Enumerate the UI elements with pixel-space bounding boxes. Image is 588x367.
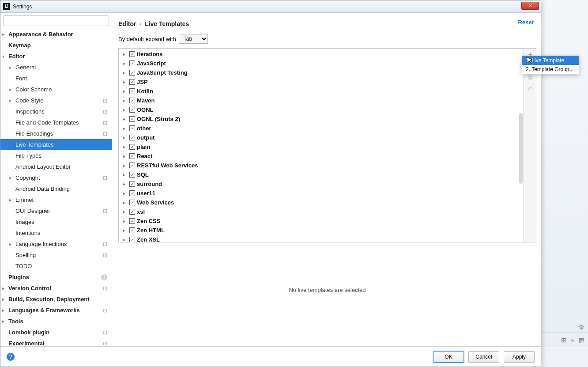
sidebar-item-android-layout-editor[interactable]: Android Layout Editor (0, 161, 112, 172)
template-group-zen-html[interactable]: ▸✓Zen HTML (119, 226, 524, 235)
sidebar-item-experimental[interactable]: Experimental⊡ (0, 338, 112, 345)
sidebar-item-live-templates[interactable]: Live Templates (0, 139, 112, 150)
sidebar-item-general[interactable]: ▸General (0, 62, 112, 73)
grid-icon[interactable]: ▦ (579, 337, 584, 344)
sidebar-item-keymap[interactable]: Keymap (0, 40, 112, 51)
sidebar-item-copyright[interactable]: ▸Copyright⊡ (0, 172, 112, 183)
template-group-label: JSP (137, 79, 148, 85)
sidebar-item-font[interactable]: Font (0, 73, 112, 84)
sidebar-item-languages-frameworks[interactable]: ▸Languages & Frameworks⊡ (0, 305, 112, 316)
checkbox[interactable]: ✓ (129, 190, 135, 196)
sidebar-item-intentions[interactable]: Intentions (0, 227, 112, 238)
template-group-surround[interactable]: ▸✓surround (119, 179, 524, 189)
template-group-zen-xsl[interactable]: ▸✓Zen XSL (119, 235, 524, 242)
template-group-jsp[interactable]: ▸✓JSP (119, 77, 524, 87)
chevron-right-icon: ▸ (123, 89, 128, 94)
chevron-right-icon: ▸ (123, 70, 128, 75)
template-group-user11[interactable]: ▸✓user11 (119, 189, 524, 198)
sidebar-item-android-data-binding[interactable]: Android Data Binding (0, 183, 112, 194)
sidebar-item-plugins[interactable]: Plugins1 (0, 272, 112, 283)
close-button[interactable]: ✕ (521, 2, 539, 10)
layout-icon[interactable]: ⊞ (561, 337, 566, 344)
checkbox[interactable]: ✓ (129, 51, 135, 57)
breadcrumb-root[interactable]: Editor (118, 20, 136, 27)
search-input[interactable] (3, 15, 109, 26)
checkbox[interactable]: ✓ (129, 144, 135, 150)
checkbox[interactable]: ✓ (129, 163, 135, 168)
template-group-plain[interactable]: ▸✓plain (119, 142, 524, 151)
sidebar-item-spelling[interactable]: Spelling⊡ (0, 250, 112, 261)
project-badge-icon: ⊡ (103, 341, 107, 345)
checkbox[interactable]: ✓ (129, 79, 135, 85)
checkbox[interactable]: ✓ (129, 70, 135, 76)
checkbox[interactable]: ✓ (129, 116, 135, 122)
template-group-label: user11 (137, 190, 155, 197)
template-group-web-services[interactable]: ▸✓Web Services (119, 198, 524, 207)
sidebar-item-file-and-code-templates[interactable]: File and Code Templates⊡ (0, 117, 112, 128)
template-group-other[interactable]: ▸✓other (119, 124, 524, 133)
checkbox[interactable]: ✓ (129, 200, 135, 205)
window-title: Settings (13, 4, 32, 10)
sidebar-item-file-encodings[interactable]: File Encodings⊡ (0, 128, 112, 139)
sidebar-item-file-types[interactable]: File Types (0, 150, 112, 161)
checkbox[interactable]: ✓ (129, 61, 135, 66)
template-group-iterations[interactable]: ▸✓iterations (119, 49, 524, 59)
checkbox[interactable]: ✓ (129, 172, 135, 178)
list-icon[interactable]: ≡ (571, 337, 574, 344)
sidebar-item-gui-designer[interactable]: GUI Designer⊡ (0, 205, 112, 216)
checkbox[interactable]: ✓ (129, 237, 135, 242)
template-group-ognl-struts-2-[interactable]: ▸✓OGNL (Struts 2) (119, 114, 524, 124)
template-group-ognl[interactable]: ▸✓OGNL (119, 105, 524, 114)
checkbox[interactable]: ✓ (129, 227, 135, 233)
sidebar-tree[interactable]: ▸Appearance & BehaviorKeymap▾Editor▸Gene… (0, 29, 112, 345)
template-group-javascript-testing[interactable]: ▸✓JavaScript Testing (119, 68, 524, 77)
template-group-restful-web-services[interactable]: ▸✓RESTful Web Services (119, 161, 524, 170)
template-group-label: other (137, 125, 151, 132)
sidebar-item-color-scheme[interactable]: ▸Color Scheme (0, 84, 112, 95)
sidebar-item-todo[interactable]: TODO (0, 261, 112, 272)
sidebar-item-appearance-behavior[interactable]: ▸Appearance & Behavior (0, 29, 112, 40)
template-group-javascript[interactable]: ▸✓JavaScript (119, 59, 524, 68)
checkbox[interactable]: ✓ (129, 209, 135, 215)
template-group-label: surround (137, 181, 162, 187)
apply-button[interactable]: Apply (504, 351, 535, 363)
template-group-output[interactable]: ▸✓output (119, 133, 524, 142)
sidebar-item-lombok-plugin[interactable]: Lombok plugin⊡ (0, 327, 112, 338)
reset-link[interactable]: Reset (518, 19, 534, 26)
sidebar-item-emmet[interactable]: ▸Emmet (0, 194, 112, 205)
expand-with-select[interactable]: Tab (179, 34, 208, 44)
template-group-react[interactable]: ▸✓React (119, 151, 524, 161)
cancel-button[interactable]: Cancel (468, 351, 499, 363)
template-group-sql[interactable]: ▸✓SQL (119, 170, 524, 179)
template-group-maven[interactable]: ▸✓Maven (119, 96, 524, 105)
ok-button[interactable]: OK (433, 351, 464, 363)
sidebar-item-version-control[interactable]: ▸Version Control⊡ (0, 283, 112, 294)
chevron-right-icon: ▸ (9, 242, 14, 246)
sidebar-item-code-style[interactable]: ▸Code Style⊡ (0, 95, 112, 106)
chevron-down-icon: ▾ (2, 54, 7, 59)
checkbox[interactable]: ✓ (129, 181, 135, 187)
checkbox[interactable]: ✓ (129, 88, 135, 94)
sidebar-item-label: Copyright (15, 174, 40, 181)
scrollbar-thumb[interactable] (519, 113, 523, 184)
sidebar-item-label: Appearance & Behavior (8, 31, 73, 38)
sidebar-item-tools[interactable]: ▸Tools (0, 316, 112, 327)
checkbox[interactable]: ✓ (129, 98, 135, 103)
template-group-kotlin[interactable]: ▸✓Kotlin (119, 87, 524, 96)
checkbox[interactable]: ✓ (129, 153, 135, 159)
sidebar-item-inspections[interactable]: Inspections⊡ (0, 106, 112, 117)
sidebar-item-images[interactable]: Images (0, 216, 112, 227)
checkbox[interactable]: ✓ (129, 107, 135, 113)
sidebar-item-editor[interactable]: ▾Editor (0, 51, 112, 62)
template-group-label: Web Services (137, 199, 174, 206)
gear-icon[interactable]: ⚙ (579, 324, 584, 331)
checkbox[interactable]: ✓ (129, 218, 135, 224)
sidebar-item-build-execution-deployment[interactable]: ▸Build, Execution, Deployment (0, 294, 112, 305)
help-button[interactable]: ? (7, 353, 15, 361)
checkbox[interactable]: ✓ (129, 125, 135, 131)
template-group-xsl[interactable]: ▸✓xsl (119, 207, 524, 216)
template-tree[interactable]: ▸✓iterations▸✓JavaScript▸✓JavaScript Tes… (118, 48, 524, 242)
checkbox[interactable]: ✓ (129, 135, 135, 140)
sidebar-item-language-injections[interactable]: ▸Language Injections⊡ (0, 238, 112, 250)
template-group-zen-css[interactable]: ▸✓Zen CSS (119, 216, 524, 226)
